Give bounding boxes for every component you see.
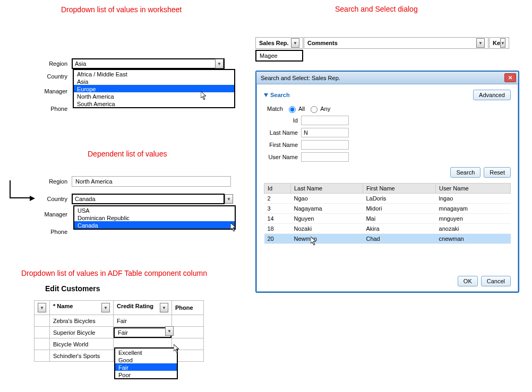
label-manager-2: Manager: [40, 211, 72, 217]
rating-col-filter[interactable]: ▼: [160, 303, 168, 312]
search-disclosure[interactable]: Search: [264, 92, 290, 98]
rating-option-2[interactable]: Fair: [115, 363, 177, 371]
region-option-3[interactable]: North America: [74, 92, 234, 100]
row-region-2: Region North America: [40, 176, 231, 187]
row-country-2: Country ▼: [40, 194, 225, 204]
advanced-button[interactable]: Advanced: [473, 90, 511, 100]
id-field[interactable]: [301, 116, 349, 125]
search-select-dialog: Search and Select: Sales Rep. ✕ Search A…: [255, 71, 519, 293]
dialog-title-text: Search and Select: Sales Rep.: [261, 75, 340, 81]
ok-button[interactable]: OK: [458, 276, 478, 286]
results-col-id[interactable]: Id: [264, 184, 291, 194]
results-header: Id Last Name First Name User Name: [264, 184, 511, 194]
search-button[interactable]: Search: [450, 167, 480, 178]
rating-dropdown-list[interactable]: Excellent Good Fair Poor: [114, 347, 178, 379]
reset-button[interactable]: Reset: [484, 167, 511, 178]
username-field[interactable]: [301, 152, 349, 162]
comments-col-filter[interactable]: ▼: [476, 38, 485, 48]
salesrep-cell[interactable]: Magee: [255, 50, 303, 62]
match-any-radio[interactable]: [311, 106, 318, 113]
close-icon[interactable]: ✕: [504, 73, 516, 82]
ws-col-key[interactable]: Ke ▼: [489, 37, 509, 49]
match-all-radio[interactable]: [289, 106, 296, 113]
firstname-label: First Name: [264, 142, 301, 148]
region-option-1[interactable]: Asia: [74, 77, 234, 85]
dialog-title-bar[interactable]: Search and Select: Sales Rep. ✕: [256, 72, 518, 84]
label-country-1: Country: [40, 73, 72, 80]
row-region-1: Region ▼: [40, 58, 225, 69]
disclosure-triangle-icon: [264, 93, 268, 97]
adf-col-phone[interactable]: Phone: [172, 301, 204, 315]
edit-customers-heading: Edit Customers: [45, 284, 100, 293]
row-phone-1: Phone: [40, 106, 72, 112]
region-value-2[interactable]: North America: [72, 176, 231, 187]
adf-col-name[interactable]: * Name ▼: [50, 301, 114, 315]
label-region-1: Region: [40, 60, 72, 67]
adf-cell-name-1[interactable]: Superior Bicycle: [50, 327, 114, 338]
dependency-arrow-head: [30, 196, 35, 201]
match-any-label: Any: [320, 106, 330, 112]
ws-col-salesrep[interactable]: Sales Rep. ▼: [255, 37, 303, 49]
lastname-field[interactable]: [301, 128, 349, 137]
country-option-2[interactable]: Canada: [74, 221, 235, 229]
country-option-0[interactable]: USA: [74, 206, 235, 214]
caption-adf-column: Dropdown list of values in ADF Table com…: [21, 269, 207, 277]
adf-row-0[interactable]: Zebra's Bicycles Fair: [35, 315, 204, 327]
rating-option-1[interactable]: Good: [115, 356, 177, 363]
firstname-field[interactable]: [301, 140, 349, 150]
adf-col-rating[interactable]: Credit Rating ▼: [114, 301, 172, 315]
adf-header-row: ▼ * Name ▼ Credit Rating ▼ Phone: [35, 301, 204, 315]
results-row-2[interactable]: 14NguyenMaimnguyen: [264, 214, 511, 224]
region-option-0[interactable]: Africa / Middle East: [74, 70, 234, 77]
region-option-2[interactable]: Europe: [74, 85, 234, 92]
region-dropdown-toggle[interactable]: ▼: [215, 59, 224, 68]
caption-dependent: Dependent list of values: [88, 150, 167, 158]
region-dropdown-list[interactable]: Africa / Middle East Asia Europe North A…: [73, 69, 235, 108]
rating-option-0[interactable]: Excellent: [115, 349, 177, 356]
dependency-arrow: [10, 180, 30, 198]
row-manager-1: Manager: [40, 88, 72, 94]
results-row-3[interactable]: 18NozakiAkiraanozaki: [264, 224, 511, 234]
country-dropdown-list[interactable]: USA Dominican Republic Canada: [73, 205, 236, 230]
lastname-label: Last Name: [264, 129, 301, 136]
results-row-4[interactable]: 20NewmanChadcnewman: [264, 234, 511, 244]
row-manager-2: Manager: [40, 211, 72, 217]
adf-flag-filter[interactable]: ▼: [38, 303, 46, 312]
country-input[interactable]: [72, 194, 225, 204]
rating-option-3[interactable]: Poor: [115, 371, 177, 378]
salesrep-col-filter[interactable]: ▼: [291, 38, 299, 48]
rating-dropdown-toggle[interactable]: ▼: [165, 326, 174, 336]
results-col-first[interactable]: First Name: [363, 184, 435, 194]
caption-search-dialog: Search and Select dialog: [335, 5, 418, 13]
results-col-last[interactable]: Last Name: [291, 184, 363, 194]
results-table: Id Last Name First Name User Name 2NgaoL…: [264, 183, 511, 244]
match-label: Match: [264, 106, 286, 112]
match-all-label: All: [298, 106, 305, 112]
results-col-user[interactable]: User Name: [436, 184, 511, 194]
results-row-1[interactable]: 3NagayamaMidorimnagayam: [264, 204, 511, 214]
label-phone-1: Phone: [40, 106, 72, 112]
row-country-1: Country: [40, 73, 72, 80]
label-phone-2: Phone: [40, 229, 72, 235]
adf-cell-name-0[interactable]: Zebra's Bicycles: [50, 315, 114, 327]
caption-worksheet-dropdown: Dropdown list of values in worksheet: [61, 5, 182, 14]
country-option-1[interactable]: Dominican Republic: [74, 214, 235, 221]
cancel-button[interactable]: Cancel: [481, 276, 511, 286]
region-option-4[interactable]: South America: [74, 100, 234, 107]
label-region-2: Region: [40, 178, 72, 185]
adf-cell-rating-1[interactable]: Fair ▼: [114, 327, 172, 338]
adf-cell-name-2[interactable]: Bicycle World: [50, 338, 114, 350]
name-col-filter[interactable]: ▼: [101, 303, 110, 312]
ws-col-comments[interactable]: Comments ▼: [304, 37, 488, 49]
label-manager-1: Manager: [40, 88, 72, 94]
adf-row-1[interactable]: Superior Bicycle Fair ▼: [35, 327, 204, 338]
row-phone-2: Phone: [40, 229, 72, 235]
region-input[interactable]: [72, 58, 225, 69]
adf-cell-rating-0[interactable]: Fair: [114, 315, 172, 327]
results-row-0[interactable]: 2NgaoLaDorislngao: [264, 194, 511, 204]
label-country-2: Country: [40, 196, 72, 202]
id-label: Id: [264, 117, 301, 124]
country-dropdown-toggle[interactable]: ▼: [225, 194, 233, 204]
key-col-filter[interactable]: ▼: [500, 38, 505, 48]
adf-cell-name-3[interactable]: Schindler's Sports: [50, 350, 114, 362]
